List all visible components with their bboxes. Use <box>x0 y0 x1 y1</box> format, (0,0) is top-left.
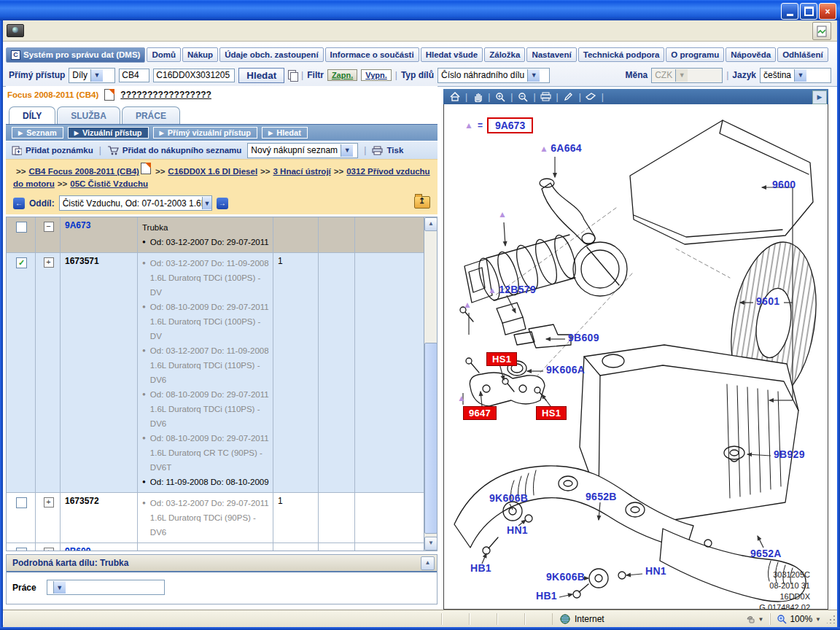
diagram-label-9k606b[interactable]: 9K606B <box>489 492 528 504</box>
panel-expand-arrow[interactable]: ▶ <box>812 90 827 104</box>
scroll-down-button[interactable]: ▼ <box>424 537 438 551</box>
row-checkbox[interactable]: ✓ <box>16 257 27 268</box>
table-row: −9A673Trubka●Od: 03-12-2007 Do: 29-07-20… <box>7 217 424 253</box>
part-type-select[interactable]: Číslo náhradního dílu▼ <box>438 68 550 83</box>
legend-part-number[interactable]: 9A673 <box>487 117 533 133</box>
expand-toggle[interactable]: + <box>44 497 54 508</box>
diagram-label-9647[interactable]: 9647 <box>463 406 497 420</box>
diagram-label-9b929[interactable]: 9B929 <box>774 448 805 460</box>
table-scrollbar[interactable]: ▲ ▼ <box>424 217 437 551</box>
home-icon[interactable] <box>448 91 462 103</box>
add-note-button[interactable]: Přidat poznámku <box>12 146 93 155</box>
expand-toggle[interactable]: − <box>44 222 54 232</box>
tab-práce[interactable]: PRÁCE <box>122 106 180 124</box>
diagram-label-hb1[interactable]: HB1 <box>536 590 557 602</box>
nav-nastaven-[interactable]: Nastavení <box>526 47 576 62</box>
query-field[interactable] <box>153 69 235 82</box>
diagram-label-hn1[interactable]: HN1 <box>507 524 528 536</box>
subnav-seznam[interactable]: ▶Seznam <box>12 127 63 139</box>
part-number-link[interactable]: 9B609 <box>65 546 90 551</box>
zoom-in-icon[interactable] <box>493 91 508 103</box>
diagram-label-hs1[interactable]: HS1 <box>536 406 567 420</box>
subnav-hledat[interactable]: ▶Hledat <box>262 127 308 139</box>
diagram-label-9600[interactable]: 9600 <box>772 179 796 190</box>
maximize-button[interactable] <box>800 3 817 20</box>
zoom-control[interactable]: 100% ▼ <box>771 614 827 624</box>
minimize-button[interactable] <box>781 3 798 20</box>
row-expand-cell: + <box>36 543 61 551</box>
unknown-link[interactable]: ????????????????? <box>120 90 211 100</box>
resize-grip[interactable] <box>827 615 836 623</box>
part-number-link[interactable]: 1673572 <box>65 496 99 506</box>
row-checkbox[interactable] <box>16 548 27 551</box>
filter-off-button[interactable]: Vypn. <box>361 69 392 81</box>
diagram-label-hb1[interactable]: HB1 <box>470 562 491 574</box>
diagram-label-hn1[interactable]: HN1 <box>645 565 666 577</box>
vehicle-doc-icon[interactable] <box>104 89 114 101</box>
nav-home-dms[interactable]: CSystém pro správu dat (DMS) <box>6 47 145 63</box>
nav-o-programu[interactable]: O programu <box>666 47 724 62</box>
print-button[interactable]: Tisk <box>372 146 403 155</box>
scroll-up-button[interactable]: ▲ <box>424 217 438 231</box>
language-select[interactable]: čeština▼ <box>760 68 831 83</box>
part-number-link[interactable]: 1673571 <box>65 256 99 266</box>
pan-hand-icon[interactable] <box>470 91 485 103</box>
diagram-label-9652b[interactable]: 9652B <box>586 491 617 502</box>
print-diagram-icon[interactable] <box>539 91 553 103</box>
part-number-link[interactable]: 9A673 <box>65 220 90 230</box>
next-section-button[interactable]: → <box>217 198 228 209</box>
nav-n-kup[interactable]: Nákup <box>182 47 218 62</box>
shopping-list-select[interactable]: Nový nákupní seznam▼ <box>247 143 358 158</box>
close-button[interactable]: × <box>819 3 836 20</box>
nav-odhl-en-[interactable]: Odhlášení <box>777 47 828 62</box>
copy-icon[interactable] <box>288 70 298 81</box>
tab-služba[interactable]: SLUŽBA <box>57 106 120 124</box>
breadcrumb-link[interactable]: 05C Čistič Vzduchu <box>70 179 148 188</box>
diagram-label-9601[interactable]: 9601 <box>756 295 779 307</box>
diagram-label-hs1[interactable]: HS1 <box>486 352 517 366</box>
category-select[interactable]: Díly▼ <box>69 68 115 83</box>
breadcrumb-link[interactable]: C16DD0X 1.6 DI Diesel <box>168 167 257 176</box>
nav-hledat-v-ude[interactable]: Hledat všude <box>421 47 483 62</box>
nav--daje-obch-zastoupen-[interactable]: Údaje obch. zastoupení <box>219 47 323 62</box>
nav-z-lo-ka[interactable]: Záložka <box>484 47 525 62</box>
collapse-button[interactable]: ▲ <box>421 556 435 570</box>
export-image-button[interactable] <box>812 22 831 40</box>
diagram-label-12b579[interactable]: ▲12B579 <box>488 284 536 295</box>
row-checkbox[interactable] <box>16 222 27 233</box>
eraser-icon[interactable] <box>584 91 599 103</box>
search-button[interactable]: Hledat <box>238 68 284 83</box>
expand-toggle[interactable]: + <box>44 548 54 551</box>
prefix-field[interactable] <box>119 69 149 82</box>
nav-technick-podpora[interactable]: Technická podpora <box>578 47 665 62</box>
diagram-label-9b609[interactable]: 9B609 <box>568 332 599 343</box>
folder-up-icon[interactable] <box>414 196 430 209</box>
diagram-label-6a664[interactable]: ▲6A664 <box>540 142 582 154</box>
breadcrumb-link[interactable]: 3 Hnací ústrojí <box>273 167 331 176</box>
protected-mode-control[interactable]: ▼ <box>738 614 769 624</box>
diagram-label-9652a[interactable]: 9652A <box>750 548 782 559</box>
prev-section-button[interactable]: ← <box>13 198 25 209</box>
diagram-label-9k606a[interactable]: 9K606A <box>546 364 585 376</box>
subnav-vizu-ln-p-stup[interactable]: ▶Vizuální přístup <box>68 127 149 139</box>
filter-on-button[interactable]: Zapn. <box>327 69 357 81</box>
doc-icon[interactable] <box>141 163 151 174</box>
row-expand-cell: − <box>36 217 61 252</box>
breadcrumb-link[interactable]: CB4 Focus 2008-2011 (CB4) <box>28 167 139 176</box>
expand-toggle[interactable]: + <box>44 257 54 268</box>
camera-icon[interactable] <box>7 24 24 37</box>
scroll-thumb[interactable] <box>424 343 438 534</box>
nav-n-pov-da[interactable]: Nápověda <box>726 47 776 62</box>
diagram-canvas[interactable]: ▲ = 9A673 ▲6A6649600▲12B57996019B609HS19… <box>443 104 828 610</box>
row-checkbox[interactable] <box>16 497 27 508</box>
nav-dom-[interactable]: Domů <box>147 47 181 62</box>
annotate-pencil-icon[interactable] <box>561 91 576 103</box>
diagram-label-9k606b[interactable]: 9K606B <box>546 571 585 583</box>
section-select[interactable]: Čistič Vzduchu, Od: 07-01-2003 1.6L Dura… <box>59 195 212 211</box>
labor-select[interactable]: ▼ <box>47 580 165 595</box>
tab-díly[interactable]: DÍLY <box>9 106 55 124</box>
subnav-p-m-vizu-ln-p-stup[interactable]: ▶Přímý vizuální přístup <box>153 127 257 139</box>
nav-informace-o-sou-sti[interactable]: Informace o součásti <box>325 47 419 62</box>
add-to-shopping-list-button[interactable]: Přidat do nákupního seznamu <box>107 146 242 155</box>
zoom-out-icon[interactable] <box>516 91 530 103</box>
